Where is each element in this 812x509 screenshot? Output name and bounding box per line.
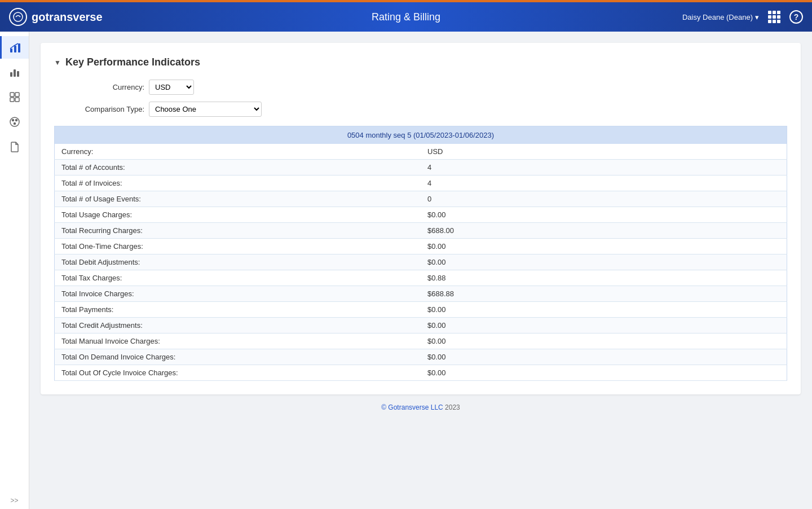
svg-point-13: [15, 120, 17, 121]
row-value: $688.88: [421, 286, 787, 302]
logo-icon: [9, 8, 27, 26]
table-row: Total One-Time Charges:$0.00: [55, 239, 787, 254]
table-row: Total Usage Charges:$0.00: [55, 207, 787, 223]
row-label: Total Usage Charges:: [55, 207, 421, 223]
apps-icon[interactable]: [768, 11, 780, 23]
footer: © Gotransverse LLC 2023: [41, 394, 801, 420]
currency-select[interactable]: USD EUR GBP: [149, 80, 194, 95]
row-label: Total On Demand Invoice Charges:: [55, 349, 421, 365]
footer-year: 2023: [445, 403, 460, 411]
help-icon[interactable]: ?: [789, 10, 803, 24]
sidebar-item-palette[interactable]: [3, 111, 26, 133]
table-row: Total Out Of Cycle Invoice Charges:$0.00: [55, 365, 787, 381]
logo-text: gotransverse: [32, 11, 103, 24]
row-value: $0.00: [421, 254, 787, 270]
row-label: Total Out Of Cycle Invoice Charges:: [55, 365, 421, 381]
table-row: Total # of Usage Events:0: [55, 191, 787, 207]
sidebar-expand[interactable]: >>: [10, 497, 18, 504]
table-row: Total Payments:$0.00: [55, 302, 787, 318]
sidebar-item-bar-chart[interactable]: [3, 61, 26, 84]
comparison-label: Comparison Type:: [54, 105, 144, 113]
row-value: $0.88: [421, 270, 787, 286]
svg-point-11: [10, 117, 19, 126]
section-header: ▼ Key Performance Indicators: [54, 56, 787, 68]
row-value: $688.00: [421, 223, 787, 239]
collapse-arrow[interactable]: ▼: [54, 59, 61, 67]
row-label: Total Invoice Charges:: [55, 286, 421, 302]
comparison-select[interactable]: Choose One: [149, 102, 262, 117]
row-label: Total Credit Adjustments:: [55, 318, 421, 334]
row-label: Total Recurring Charges:: [55, 223, 421, 239]
table-row: Currency:USD: [55, 144, 787, 160]
row-value: $0.00: [421, 302, 787, 318]
row-label: Total One-Time Charges:: [55, 239, 421, 254]
table-row: Total Invoice Charges:$688.88: [55, 286, 787, 302]
row-label: Total # of Accounts:: [55, 160, 421, 175]
sidebar-item-chart-area[interactable]: [0, 36, 29, 59]
svg-point-0: [14, 12, 23, 21]
kpi-table: 0504 monthly seq 5 (01/05/2023-01/06/202…: [54, 126, 787, 381]
currency-row: Currency: USD EUR GBP: [54, 80, 787, 95]
user-name: Daisy Deane (Deane): [682, 13, 753, 21]
svg-rect-4: [10, 72, 12, 77]
row-label: Total Manual Invoice Charges:: [55, 334, 421, 349]
table-row: Total # of Invoices:4: [55, 175, 787, 191]
table-row: Total Credit Adjustments:$0.00: [55, 318, 787, 334]
svg-rect-6: [17, 71, 19, 77]
svg-rect-10: [15, 98, 19, 102]
main-content: ▼ Key Performance Indicators Currency: U…: [29, 32, 812, 509]
svg-rect-3: [18, 43, 20, 52]
row-value: $0.00: [421, 318, 787, 334]
sidebar-item-grid[interactable]: [3, 86, 26, 108]
kpi-card: ▼ Key Performance Indicators Currency: U…: [41, 43, 801, 394]
currency-label: Currency:: [54, 83, 144, 91]
section-title: Key Performance Indicators: [65, 56, 200, 68]
row-value: $0.00: [421, 334, 787, 349]
svg-point-14: [14, 123, 15, 125]
table-row: Total Tax Charges:$0.88: [55, 270, 787, 286]
svg-rect-7: [10, 93, 14, 96]
header-right: Daisy Deane (Deane) ▾ ?: [682, 10, 803, 24]
row-label: Total # of Usage Events:: [55, 191, 421, 207]
table-row: Total Manual Invoice Charges:$0.00: [55, 334, 787, 349]
svg-rect-9: [10, 98, 14, 102]
user-dropdown-icon: ▾: [755, 13, 759, 21]
sidebar-item-document[interactable]: [3, 135, 26, 158]
layout: >> ▼ Key Performance Indicators Currency…: [0, 32, 812, 509]
comparison-row: Comparison Type: Choose One: [54, 102, 787, 117]
table-row: Total # of Accounts:4: [55, 160, 787, 175]
row-value: 4: [421, 175, 787, 191]
user-menu[interactable]: Daisy Deane (Deane) ▾: [682, 13, 759, 21]
table-row: Total Debit Adjustments:$0.00: [55, 254, 787, 270]
footer-link[interactable]: © Gotransverse LLC: [381, 403, 443, 411]
svg-rect-2: [14, 46, 16, 52]
row-label: Currency:: [55, 144, 421, 160]
row-value: 4: [421, 160, 787, 175]
row-value: $0.00: [421, 207, 787, 223]
header: gotransverse Rating & Billing Daisy Dean…: [0, 2, 812, 32]
svg-rect-5: [14, 69, 16, 77]
table-header: 0504 monthly seq 5 (01/05/2023-01/06/202…: [55, 126, 787, 144]
row-value: 0: [421, 191, 787, 207]
table-row: Total On Demand Invoice Charges:$0.00: [55, 349, 787, 365]
header-title: Rating & Billing: [372, 11, 440, 23]
svg-point-12: [12, 120, 14, 121]
row-label: Total Payments:: [55, 302, 421, 318]
row-value: USD: [421, 144, 787, 160]
row-value: $0.00: [421, 365, 787, 381]
svg-rect-1: [10, 49, 12, 52]
svg-rect-8: [15, 93, 19, 96]
table-row: Total Recurring Charges:$688.00: [55, 223, 787, 239]
logo[interactable]: gotransverse: [9, 8, 103, 26]
row-value: $0.00: [421, 239, 787, 254]
sidebar: >>: [0, 32, 29, 509]
row-label: Total Debit Adjustments:: [55, 254, 421, 270]
row-label: Total Tax Charges:: [55, 270, 421, 286]
row-label: Total # of Invoices:: [55, 175, 421, 191]
row-value: $0.00: [421, 349, 787, 365]
